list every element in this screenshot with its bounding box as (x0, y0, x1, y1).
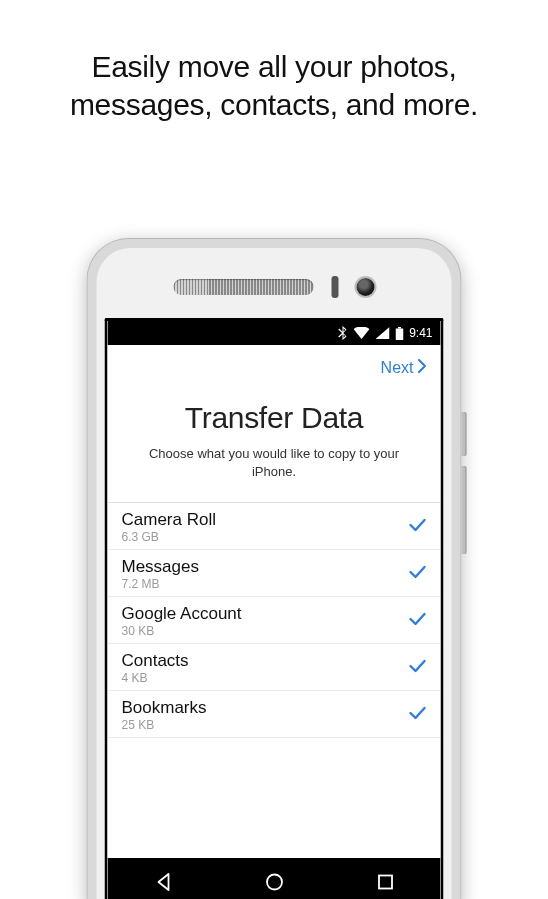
bluetooth-icon (337, 326, 347, 340)
sensor-slit (332, 276, 339, 298)
item-name: Contacts (122, 651, 409, 671)
screen-subtitle: Choose what you would like to copy to yo… (108, 435, 441, 502)
svg-rect-1 (398, 327, 401, 329)
item-name: Camera Roll (122, 510, 409, 530)
android-status-bar: 9:41 (108, 321, 441, 345)
check-icon (409, 659, 427, 677)
list-item[interactable]: Contacts 4 KB (108, 644, 441, 691)
item-size: 4 KB (122, 671, 409, 685)
recents-icon[interactable] (374, 871, 396, 893)
check-icon (409, 565, 427, 583)
battery-icon (395, 327, 403, 340)
screen-title: Transfer Data (108, 401, 441, 435)
back-icon[interactable] (152, 871, 174, 893)
status-time: 9:41 (409, 326, 432, 340)
item-name: Google Account (122, 604, 409, 624)
svg-rect-3 (379, 876, 392, 889)
item-name: Messages (122, 557, 409, 577)
list-item[interactable]: Camera Roll 6.3 GB (108, 503, 441, 550)
item-size: 25 KB (122, 718, 409, 732)
list-item[interactable]: Messages 7.2 MB (108, 550, 441, 597)
check-icon (409, 612, 427, 630)
transfer-list: Camera Roll 6.3 GB Messages 7.2 MB (108, 502, 441, 738)
next-button[interactable]: Next (381, 359, 427, 377)
check-icon (409, 518, 427, 536)
volume-button (462, 466, 467, 554)
item-size: 7.2 MB (122, 577, 409, 591)
item-name: Bookmarks (122, 698, 409, 718)
phone-mockup: 9:41 Next Transfer Data Choose what you … (87, 238, 462, 899)
list-item[interactable]: Bookmarks 25 KB (108, 691, 441, 738)
home-icon[interactable] (263, 871, 285, 893)
power-button (462, 412, 467, 456)
marketing-headline: Easily move all your photos, messages, c… (0, 0, 548, 123)
cell-signal-icon (375, 327, 389, 339)
svg-rect-0 (395, 328, 403, 340)
android-nav-bar (108, 858, 441, 899)
wifi-icon (353, 327, 369, 339)
speaker-grille (174, 279, 314, 295)
chevron-right-icon (418, 359, 427, 377)
next-label: Next (381, 359, 414, 377)
item-size: 30 KB (122, 624, 409, 638)
svg-point-2 (267, 875, 282, 890)
item-size: 6.3 GB (122, 530, 409, 544)
front-camera (357, 278, 375, 296)
check-icon (409, 706, 427, 724)
phone-screen: 9:41 Next Transfer Data Choose what you … (105, 318, 444, 899)
list-item[interactable]: Google Account 30 KB (108, 597, 441, 644)
phone-earpiece-row (105, 262, 444, 312)
